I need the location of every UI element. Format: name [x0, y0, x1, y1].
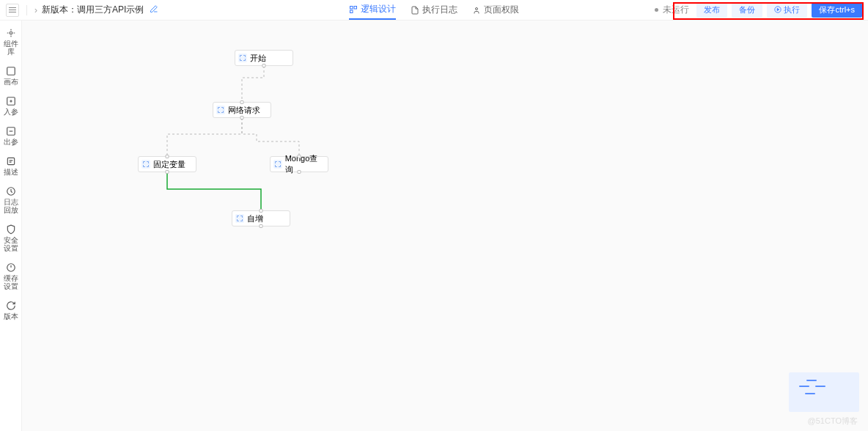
- node-label: 网络请求: [228, 105, 260, 116]
- chevron-right-icon: ›: [34, 5, 37, 15]
- header-actions: 未运行 发布 备份 执行 保存ctrl+s: [655, 3, 862, 18]
- rail-label: 出参: [4, 138, 18, 146]
- port-icon[interactable]: [298, 170, 301, 174]
- version-icon: [6, 301, 16, 311]
- port-icon[interactable]: [240, 116, 244, 119]
- node-label: 固定变量: [153, 159, 185, 170]
- svg-rect-0: [350, 6, 353, 9]
- publish-button[interactable]: 发布: [696, 3, 727, 18]
- replay-icon: [6, 186, 16, 196]
- rail-cache[interactable]: 缓存设置: [0, 262, 21, 290]
- svg-point-6: [10, 32, 12, 34]
- status-indicator: [655, 8, 658, 12]
- rail-description[interactable]: 描述: [4, 156, 18, 176]
- design-icon: [349, 5, 358, 14]
- shield-icon: [6, 224, 16, 235]
- port-icon[interactable]: [262, 64, 266, 67]
- rail-version[interactable]: 版本: [4, 301, 18, 320]
- svg-rect-10: [7, 158, 14, 164]
- rail-label: 版本: [4, 312, 18, 320]
- tab-page-permission[interactable]: 页面权限: [472, 0, 519, 20]
- rail-security[interactable]: 安全设置: [0, 224, 21, 252]
- rail-label: 组件库: [0, 40, 21, 56]
- divider: [26, 5, 27, 15]
- node-network-request[interactable]: 网络请求: [213, 102, 271, 118]
- node-handle-icon: [273, 160, 282, 169]
- rail-label: 描述: [4, 168, 18, 176]
- minimap[interactable]: [789, 372, 859, 412]
- description-icon: [6, 156, 16, 166]
- node-label: 自增: [247, 213, 263, 224]
- node-increment[interactable]: 自增: [232, 210, 290, 226]
- canvas-icon: [6, 66, 16, 76]
- port-icon[interactable]: [166, 170, 169, 174]
- tabs: 逻辑设计 执行日志 页面权限: [349, 0, 519, 20]
- log-icon: [411, 6, 419, 15]
- node-handle-icon: [238, 54, 247, 62]
- tab-label: 页面权限: [484, 4, 519, 16]
- save-button[interactable]: 保存ctrl+s: [812, 3, 862, 18]
- backup-button[interactable]: 备份: [732, 3, 762, 18]
- node-handle-icon: [141, 160, 150, 169]
- rail-label: 缓存设置: [0, 274, 21, 290]
- rail-label: 画布: [4, 78, 18, 86]
- watermark: @51CTO博客: [808, 416, 858, 427]
- node-handle-icon: [235, 214, 244, 223]
- port-icon[interactable]: [240, 100, 244, 104]
- execute-button[interactable]: 执行: [767, 3, 807, 18]
- menu-toggle[interactable]: [6, 4, 19, 17]
- node-label: 开始: [250, 53, 266, 64]
- breadcrumb: 新版本：调用三方API示例: [42, 4, 144, 16]
- play-icon: [774, 6, 781, 15]
- rail-output-params[interactable]: 出参: [4, 126, 18, 146]
- output-icon: [6, 126, 16, 136]
- rail-log-replay[interactable]: 日志回放: [0, 186, 21, 214]
- top-bar: › 新版本：调用三方API示例 逻辑设计 执行日志 页面权限 未运行 发布 备份…: [0, 0, 868, 21]
- port-icon[interactable]: [166, 155, 169, 158]
- rail-label: 入参: [4, 108, 18, 116]
- node-fixed-variable[interactable]: 固定变量: [138, 156, 196, 172]
- svg-rect-1: [354, 6, 357, 9]
- rail-label: 安全设置: [0, 236, 21, 252]
- svg-point-3: [476, 7, 478, 10]
- permission-icon: [472, 6, 481, 15]
- cache-icon: [6, 262, 16, 273]
- port-icon[interactable]: [298, 155, 301, 158]
- tab-label: 逻辑设计: [361, 3, 396, 15]
- status-text: 未运行: [663, 4, 689, 16]
- canvas[interactable]: 开始 网络请求 固定变量 Mongo查询 自增 @51CTO博客: [22, 21, 868, 431]
- input-icon: [6, 96, 16, 106]
- edit-icon[interactable]: [150, 4, 158, 15]
- connectors: [22, 21, 868, 431]
- execute-label: 执行: [784, 4, 800, 15]
- node-start[interactable]: 开始: [235, 50, 293, 66]
- svg-rect-7: [7, 67, 15, 75]
- tab-logic-design[interactable]: 逻辑设计: [349, 0, 396, 20]
- tab-label: 执行日志: [422, 4, 457, 16]
- port-icon[interactable]: [260, 224, 263, 228]
- node-label: Mongo查询: [285, 153, 325, 175]
- components-icon: [6, 28, 16, 38]
- rail-label: 日志回放: [0, 198, 21, 214]
- port-icon[interactable]: [260, 209, 263, 213]
- node-handle-icon: [216, 106, 225, 114]
- rail-canvas[interactable]: 画布: [4, 66, 18, 86]
- rail-input-params[interactable]: 入参: [4, 96, 18, 116]
- left-rail: 组件库 画布 入参 出参 描述 日志回放 安全设置 缓存设置 版本: [0, 21, 22, 431]
- node-mongo-query[interactable]: Mongo查询: [270, 156, 328, 172]
- rail-components[interactable]: 组件库: [0, 28, 21, 56]
- svg-marker-5: [778, 8, 780, 10]
- svg-rect-2: [350, 10, 353, 13]
- tab-exec-log[interactable]: 执行日志: [411, 0, 457, 20]
